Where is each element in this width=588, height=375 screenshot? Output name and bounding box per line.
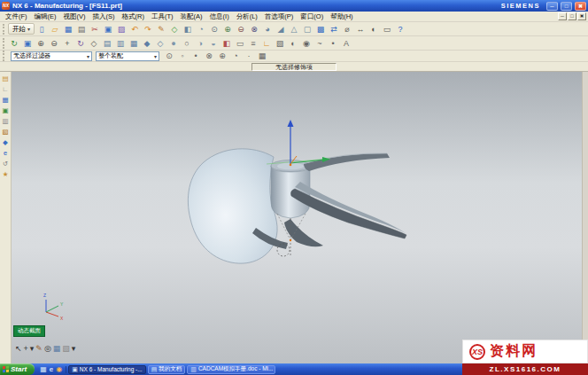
unite-icon[interactable]: ⊕	[221, 23, 234, 35]
part-navigator-icon[interactable]: ▦	[1, 95, 11, 104]
new-file-icon[interactable]: ▯	[35, 23, 48, 35]
media-player-icon[interactable]: ◉	[56, 366, 62, 373]
menu-item[interactable]: 视图(V)	[60, 12, 89, 21]
toolbar-grip[interactable]	[3, 51, 5, 61]
print-icon[interactable]: ▤	[75, 23, 88, 35]
datum-plane-icon[interactable]: ◇	[168, 23, 181, 35]
menu-item[interactable]: 信息(I)	[206, 12, 233, 21]
help-icon[interactable]: ?	[394, 23, 406, 35]
mdi-maximize-button[interactable]: □	[568, 12, 576, 20]
close-button[interactable]: ✖	[575, 2, 586, 11]
perspective-icon[interactable]: ◇	[88, 37, 100, 49]
snapshot-icon[interactable]: ▭	[234, 37, 246, 49]
measure-icon[interactable]: ⌀	[341, 23, 353, 35]
selection-filter-dropdown[interactable]: 无选择过滤器 ▾	[11, 51, 92, 61]
start-menu-button[interactable]: 开始 ▾	[8, 23, 35, 35]
chamfer-icon[interactable]: ◢	[275, 23, 287, 35]
undo-icon[interactable]: ↶	[128, 23, 141, 35]
menu-item[interactable]: 工具(T)	[148, 12, 177, 21]
select-cursor-icon[interactable]: ↖	[15, 344, 22, 353]
start-button[interactable]: Start	[0, 363, 35, 375]
menu-item[interactable]: 帮助(H)	[327, 12, 356, 21]
hole-icon[interactable]: ⊙	[208, 23, 220, 35]
section-view-icon[interactable]: ◧	[220, 37, 233, 49]
cut-icon[interactable]: ✂	[89, 23, 101, 35]
history-icon[interactable]: ↺	[1, 159, 11, 168]
refresh-icon[interactable]: ↻	[8, 37, 20, 49]
sketch-icon[interactable]: ✎	[155, 23, 167, 35]
web-browser-icon[interactable]: e	[1, 148, 11, 157]
pattern-icon[interactable]: ▩	[314, 23, 327, 35]
studio-render-icon[interactable]: ◑	[194, 37, 206, 49]
shaded-view-icon[interactable]: ●	[167, 37, 180, 49]
toolbar-grip[interactable]	[3, 24, 5, 35]
show-desktop-icon[interactable]: ▦	[40, 366, 47, 373]
face-analysis-icon[interactable]: ◒	[207, 37, 220, 49]
menu-item[interactable]: 格式(R)	[119, 12, 148, 21]
display-mode-icon[interactable]: ▦	[53, 344, 61, 353]
hd3d-tools-icon[interactable]: ◆	[1, 137, 11, 146]
rotate-view-icon[interactable]: ↻	[74, 37, 87, 49]
zoom-in-icon[interactable]: ⊕	[35, 37, 47, 49]
section-badge[interactable]: 动态截面	[13, 325, 45, 337]
immediate-hide-icon[interactable]: ◉	[300, 37, 313, 49]
graphics-window[interactable]: Z X Y 动态截面 ↖+▾✎◎▦▧▾	[12, 72, 582, 363]
menu-item[interactable]: 装配(A)	[177, 12, 206, 21]
reuse-library-icon[interactable]: ▧	[1, 127, 11, 136]
mid-point-icon[interactable]: •	[190, 51, 202, 62]
existing-point-icon[interactable]: ·	[243, 51, 255, 62]
operation-navigator-icon[interactable]: ▣	[1, 105, 11, 114]
edge-blend-icon[interactable]: ◕	[261, 23, 274, 35]
show-hide-icon[interactable]: ◐	[368, 23, 380, 35]
task-nx[interactable]: ▣ NX 6 - Manufacturing -...	[68, 365, 145, 374]
fit-window-icon[interactable]: ▣	[21, 37, 34, 49]
menu-item[interactable]: 分析(L)	[233, 12, 261, 21]
snap-point-icon[interactable]: ⊙	[163, 51, 175, 62]
top-view-icon[interactable]: ▥	[114, 37, 127, 49]
zoom-out-icon[interactable]: ⊖	[48, 37, 60, 49]
center-point-icon[interactable]: ⊕	[216, 51, 228, 62]
extrude-icon[interactable]: ◧	[182, 23, 194, 35]
toolbar-grip[interactable]	[3, 38, 5, 49]
pan-icon[interactable]: +	[61, 37, 74, 49]
show-hide-toggle-icon[interactable]: ◐	[287, 37, 299, 49]
menu-item[interactable]: 编辑(E)	[31, 12, 60, 21]
quadrant-point-icon[interactable]: ◔	[229, 51, 242, 62]
paste-icon[interactable]: ▨	[115, 23, 128, 35]
constraint-navigator-icon[interactable]: ∟	[1, 84, 11, 93]
grid-snap-icon[interactable]: ▦	[256, 51, 268, 62]
mdi-close-button[interactable]: ✖	[577, 12, 586, 20]
right-view-icon[interactable]: ▦	[128, 37, 140, 49]
trimetric-view-icon[interactable]: ◇	[154, 37, 166, 49]
machine-tool-navigator-icon[interactable]: ▥	[1, 116, 11, 125]
task-my-documents[interactable]: ▤ 我的文档	[148, 365, 186, 374]
wcs-dynamics-icon[interactable]: ∟	[260, 37, 273, 49]
menu-item[interactable]: 插入(S)	[89, 12, 119, 21]
redo-icon[interactable]: ↷	[142, 23, 154, 35]
window-icon[interactable]: ▭	[381, 23, 393, 35]
selection-scope-dropdown[interactable]: 整个装配 ▾	[96, 51, 159, 61]
copy-icon[interactable]: ▣	[102, 23, 114, 35]
color-palette-icon[interactable]: ▧	[62, 344, 70, 353]
object-display-icon[interactable]: ▧	[274, 37, 286, 49]
open-icon[interactable]: ▱	[49, 23, 61, 35]
note-icon[interactable]: A	[340, 37, 352, 49]
snap-toggle-icon[interactable]: +	[24, 344, 28, 353]
roles-icon[interactable]: ★	[1, 169, 11, 178]
layer-settings-icon[interactable]: ≡	[247, 37, 259, 49]
menu-item[interactable]: 窗口(O)	[297, 12, 327, 21]
curve-icon[interactable]: ~	[313, 37, 326, 49]
subtract-icon[interactable]: ⊖	[235, 23, 247, 35]
chevron-down-icon[interactable]: ▾	[30, 344, 35, 353]
trim-body-icon[interactable]: △	[288, 23, 300, 35]
mirror-icon[interactable]: ⇄	[328, 23, 340, 35]
assembly-navigator-icon[interactable]: ▤	[1, 74, 11, 82]
menu-item[interactable]: 文件(F)	[2, 12, 31, 21]
intersection-point-icon[interactable]: ⊗	[203, 51, 215, 62]
maximize-button[interactable]: □	[561, 2, 572, 11]
chevron-down-icon[interactable]: ▾	[72, 344, 76, 353]
save-icon[interactable]: ▦	[62, 23, 74, 35]
sketch-pencil-icon[interactable]: ✎	[35, 344, 43, 353]
shell-icon[interactable]: ▢	[301, 23, 313, 35]
internet-explorer-icon[interactable]: e	[50, 366, 53, 373]
